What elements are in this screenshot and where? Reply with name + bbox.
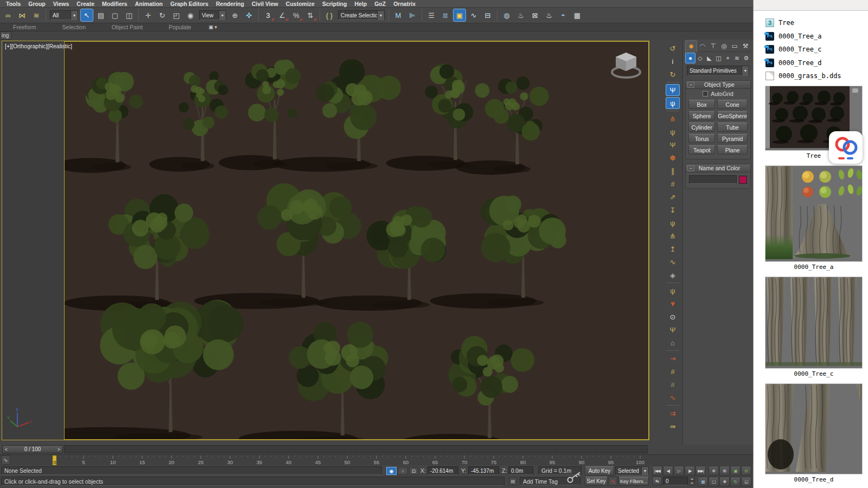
zoom-all-button[interactable]: ⊞: [719, 466, 730, 476]
time-slider-channel[interactable]: [64, 445, 648, 453]
zoom-extents-button[interactable]: ▣: [730, 466, 741, 476]
ox-pull-down-icon[interactable]: ↧: [666, 204, 680, 216]
spinner-down-icon[interactable]: ▼: [689, 481, 695, 485]
ox-redo-icon[interactable]: ↻: [666, 68, 680, 80]
select-and-move-button[interactable]: ✛: [142, 9, 155, 22]
create-geosphere-button[interactable]: GeoSphere: [717, 111, 748, 120]
y-coordinate-field[interactable]: -45.137m: [468, 466, 499, 475]
key-set-dropdown[interactable]: Selected ▼: [615, 466, 649, 476]
ox-lift-icon[interactable]: ↥: [666, 243, 680, 255]
select-by-name-button[interactable]: ▤: [94, 9, 107, 22]
ox-wave-icon[interactable]: ∿: [666, 256, 680, 268]
create-pyramid-button[interactable]: Pyramid: [717, 134, 748, 143]
render-last-button[interactable]: ▦: [571, 9, 584, 22]
tab-modify[interactable]: ◠: [697, 40, 708, 52]
primitives-category-dropdown[interactable]: Standard Primitives ▼: [687, 66, 749, 76]
go-to-end-button[interactable]: ▶▶|: [695, 466, 706, 476]
ox-strand-groups-icon[interactable]: ⋔: [666, 113, 680, 125]
menu-civil-view[interactable]: Civil View: [248, 1, 282, 7]
selection-filter-dropdown[interactable]: All▼: [50, 10, 78, 20]
create-box-button[interactable]: Box: [688, 100, 715, 109]
object-type-rollout-header[interactable]: − Object Type: [686, 81, 750, 89]
unlink-selection-icon[interactable]: ⋈: [16, 9, 29, 22]
thumbnail-0000-tree-c[interactable]: 0000_Tree_c: [765, 277, 862, 381]
file-item-0000-tree-d[interactable]: Ps0000_Tree_d: [754, 56, 868, 70]
ribbon-tools-icon[interactable]: ▣ ▾: [204, 24, 221, 30]
selection-lock-toggle[interactable]: ⌂: [398, 467, 408, 475]
ox-grass-tall-icon[interactable]: #: [666, 178, 680, 190]
next-frame-button[interactable]: |▶: [685, 466, 695, 476]
time-tag-icon[interactable]: ▤: [509, 477, 517, 485]
ox-mesh-icon[interactable]: #: [666, 365, 680, 377]
rectangular-selection-button[interactable]: ▢: [108, 9, 122, 22]
view-cube[interactable]: [609, 48, 643, 82]
tab-create[interactable]: ✹: [685, 40, 697, 52]
maximize-viewport-toggle[interactable]: ◱: [741, 477, 751, 486]
select-and-place-button[interactable]: ◉: [184, 9, 197, 22]
mirror-button[interactable]: M: [392, 9, 405, 22]
file-item-0000-tree-c[interactable]: Ps0000_Tree_c: [754, 43, 868, 56]
set-key-button[interactable]: Set Key: [585, 477, 608, 486]
subcat-space-warps[interactable]: ≋: [732, 53, 742, 63]
tab-utilities[interactable]: ⚒: [740, 40, 751, 52]
cloud-app-widget[interactable]: [829, 131, 863, 164]
reference-coordinate-dropdown[interactable]: View▼: [199, 10, 226, 20]
ribbon-partial-tab[interactable]: ing: [0, 31, 11, 40]
thumbnail-0000-tree-d[interactable]: 0000_Tree_d: [765, 384, 862, 486]
ribbon-tab-freeform[interactable]: Freeform: [0, 24, 49, 30]
window-crossing-button[interactable]: ◫: [123, 9, 136, 22]
menu-group[interactable]: Group: [24, 1, 49, 7]
ox-leaf-icon[interactable]: ✽: [666, 152, 680, 164]
previous-frame-button[interactable]: ◀|: [663, 466, 673, 476]
current-frame-field[interactable]: 0: [663, 477, 688, 485]
spinner-snap-button[interactable]: ⇅∪: [304, 9, 317, 22]
tab-hierarchy[interactable]: ⊤: [708, 40, 719, 52]
menu-create[interactable]: Create: [73, 1, 98, 7]
go-to-start-button[interactable]: |◀◀: [652, 466, 662, 476]
thumbnail-image[interactable]: [765, 384, 862, 474]
ox-clump-icon[interactable]: ⋔: [666, 230, 680, 242]
menu-views[interactable]: Views: [49, 1, 73, 7]
previous-frame-arrow[interactable]: <: [3, 447, 10, 452]
rendered-frame-window-button[interactable]: ⊠: [528, 9, 541, 22]
render-production-button[interactable]: ♨: [542, 9, 556, 22]
ox-lock-strands-icon[interactable]: Ψ: [666, 84, 680, 96]
ox-stack-icon[interactable]: ⇛: [666, 420, 680, 432]
create-cone-button[interactable]: Cone: [717, 100, 748, 109]
isolate-selection-toggle[interactable]: ◉: [386, 467, 397, 475]
ox-flame-icon[interactable]: ∿: [666, 391, 680, 403]
select-and-link-icon[interactable]: ∞: [2, 9, 15, 22]
ox-ball-icon[interactable]: ⊙: [666, 311, 680, 323]
object-name-input[interactable]: [689, 175, 737, 184]
track-bar[interactable]: ∿ 51015202530354045505560657075808590951…: [0, 454, 754, 465]
ox-ground-icon[interactable]: ◈: [666, 269, 680, 281]
ox-grass-dense-icon[interactable]: ∥: [666, 165, 680, 177]
render-iray-button[interactable]: ◓: [557, 9, 570, 22]
menu-customize[interactable]: Customize: [282, 1, 318, 7]
mini-curve-editor-button[interactable]: ∿: [1, 455, 10, 465]
key-filters-button[interactable]: Key Filters...: [618, 477, 649, 486]
ox-grid-icon[interactable]: #: [666, 378, 680, 390]
select-object-button[interactable]: ↖: [80, 9, 93, 22]
thumbnail-image[interactable]: [765, 166, 862, 261]
ox-folder-strand-icon[interactable]: Ψ: [666, 324, 680, 336]
schematic-view-button[interactable]: ⊟: [481, 9, 494, 22]
angle-snap-button[interactable]: ∠∪: [276, 9, 289, 22]
ox-info-icon[interactable]: i: [666, 55, 680, 67]
autogrid-checkbox[interactable]: [703, 91, 708, 97]
file-item-0000-tree-a[interactable]: Ps0000_Tree_a: [754, 30, 868, 43]
file-item-0000-grass-b-dds[interactable]: 0000_grass_b.dds: [754, 69, 868, 83]
menu-ornatrix[interactable]: Ornatrix: [390, 1, 419, 7]
ox-cone-icon[interactable]: ▼: [666, 298, 680, 310]
x-coordinate-field[interactable]: -20.614m: [427, 466, 458, 475]
time-slider-handle[interactable]: < 0 / 100 >: [2, 445, 63, 453]
z-coordinate-field[interactable]: 0.0m: [508, 466, 533, 475]
side-viewport[interactable]: ZXY: [2, 41, 64, 440]
material-editor-button[interactable]: ◍: [500, 9, 513, 22]
menu-scripting[interactable]: Scripting: [318, 1, 351, 7]
zoom-button[interactable]: ⊕: [709, 466, 719, 476]
select-and-manipulate-button[interactable]: ✜: [242, 9, 256, 22]
key-curve-icon[interactable]: ∿: [609, 477, 617, 486]
subcat-helpers[interactable]: ⌖: [723, 53, 732, 63]
create-tube-button[interactable]: Tube: [717, 123, 748, 132]
